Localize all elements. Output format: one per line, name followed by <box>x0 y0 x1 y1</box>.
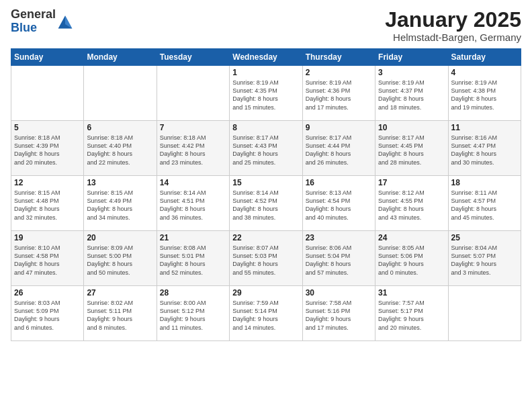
calendar-cell: 4Sunrise: 8:19 AM Sunset: 4:38 PM Daylig… <box>448 66 521 121</box>
day-number: 9 <box>306 123 372 132</box>
weekday-header-wednesday: Wednesday <box>230 49 302 66</box>
calendar-cell: 1Sunrise: 8:19 AM Sunset: 4:35 PM Daylig… <box>230 66 302 121</box>
day-number: 19 <box>14 233 81 242</box>
day-number: 28 <box>160 288 226 298</box>
day-number: 21 <box>160 233 226 242</box>
calendar-week-row: 5Sunrise: 8:18 AM Sunset: 4:39 PM Daylig… <box>11 121 521 176</box>
calendar-week-row: 1Sunrise: 8:19 AM Sunset: 4:35 PM Daylig… <box>11 66 521 121</box>
day-info: Sunrise: 8:07 AM Sunset: 5:03 PM Dayligh… <box>232 244 299 277</box>
day-info: Sunrise: 7:58 AM Sunset: 5:16 PM Dayligh… <box>306 299 372 332</box>
day-number: 30 <box>306 288 372 298</box>
weekday-header-friday: Friday <box>375 49 448 66</box>
calendar-cell: 8Sunrise: 8:17 AM Sunset: 4:43 PM Daylig… <box>230 121 302 176</box>
day-info: Sunrise: 8:03 AM Sunset: 5:09 PM Dayligh… <box>14 299 81 332</box>
calendar-cell: 10Sunrise: 8:17 AM Sunset: 4:45 PM Dayli… <box>375 121 448 176</box>
day-number: 3 <box>378 68 445 77</box>
calendar-cell: 9Sunrise: 8:17 AM Sunset: 4:44 PM Daylig… <box>302 121 375 176</box>
calendar-cell: 2Sunrise: 8:19 AM Sunset: 4:36 PM Daylig… <box>302 66 375 121</box>
day-number: 2 <box>306 68 372 77</box>
day-info: Sunrise: 8:04 AM Sunset: 5:07 PM Dayligh… <box>451 244 518 277</box>
day-number: 7 <box>160 123 226 132</box>
day-info: Sunrise: 8:17 AM Sunset: 4:43 PM Dayligh… <box>232 134 299 167</box>
day-info: Sunrise: 8:08 AM Sunset: 5:01 PM Dayligh… <box>160 244 226 277</box>
day-number: 12 <box>14 178 81 187</box>
day-info: Sunrise: 8:12 AM Sunset: 4:55 PM Dayligh… <box>378 189 445 222</box>
day-number: 15 <box>232 178 299 187</box>
calendar-cell: 3Sunrise: 8:19 AM Sunset: 4:37 PM Daylig… <box>375 66 448 121</box>
day-number: 31 <box>378 288 445 298</box>
calendar-cell: 5Sunrise: 8:18 AM Sunset: 4:39 PM Daylig… <box>11 121 84 176</box>
day-number: 8 <box>232 123 299 132</box>
day-number: 27 <box>87 288 153 298</box>
day-number: 23 <box>306 233 372 242</box>
day-info: Sunrise: 8:19 AM Sunset: 4:38 PM Dayligh… <box>451 79 518 111</box>
calendar-week-row: 19Sunrise: 8:10 AM Sunset: 4:58 PM Dayli… <box>11 231 521 286</box>
calendar-cell: 19Sunrise: 8:10 AM Sunset: 4:58 PM Dayli… <box>11 231 84 286</box>
calendar-cell: 31Sunrise: 7:57 AM Sunset: 5:17 PM Dayli… <box>375 286 448 341</box>
day-info: Sunrise: 8:19 AM Sunset: 4:37 PM Dayligh… <box>378 79 445 111</box>
calendar-cell <box>11 66 84 121</box>
calendar-cell: 25Sunrise: 8:04 AM Sunset: 5:07 PM Dayli… <box>448 231 521 286</box>
day-number: 18 <box>451 178 518 187</box>
logo: General Blue <box>11 8 73 35</box>
calendar-cell: 24Sunrise: 8:05 AM Sunset: 5:06 PM Dayli… <box>375 231 448 286</box>
day-info: Sunrise: 8:11 AM Sunset: 4:57 PM Dayligh… <box>451 189 518 222</box>
day-info: Sunrise: 8:17 AM Sunset: 4:44 PM Dayligh… <box>306 134 372 167</box>
calendar-cell: 20Sunrise: 8:09 AM Sunset: 5:00 PM Dayli… <box>84 231 157 286</box>
day-number: 11 <box>451 123 518 132</box>
calendar-week-row: 26Sunrise: 8:03 AM Sunset: 5:09 PM Dayli… <box>11 286 521 341</box>
day-info: Sunrise: 8:10 AM Sunset: 4:58 PM Dayligh… <box>14 244 81 277</box>
title-block: January 2025 Helmstadt-Bargen, Germany <box>385 8 521 43</box>
day-info: Sunrise: 8:13 AM Sunset: 4:54 PM Dayligh… <box>306 189 372 222</box>
calendar-week-row: 12Sunrise: 8:15 AM Sunset: 4:48 PM Dayli… <box>11 176 521 231</box>
day-info: Sunrise: 8:16 AM Sunset: 4:47 PM Dayligh… <box>451 134 518 167</box>
weekday-header-tuesday: Tuesday <box>157 49 229 66</box>
logo-icon <box>57 13 73 30</box>
weekday-header-monday: Monday <box>84 49 157 66</box>
calendar-cell: 30Sunrise: 7:58 AM Sunset: 5:16 PM Dayli… <box>302 286 375 341</box>
day-number: 4 <box>451 68 518 77</box>
day-info: Sunrise: 8:18 AM Sunset: 4:40 PM Dayligh… <box>87 134 153 167</box>
day-number: 29 <box>232 288 299 298</box>
day-info: Sunrise: 8:19 AM Sunset: 4:36 PM Dayligh… <box>306 79 372 111</box>
day-info: Sunrise: 8:14 AM Sunset: 4:52 PM Dayligh… <box>232 189 299 222</box>
day-info: Sunrise: 8:18 AM Sunset: 4:39 PM Dayligh… <box>14 134 81 167</box>
calendar: SundayMondayTuesdayWednesdayThursdayFrid… <box>11 48 521 341</box>
day-number: 25 <box>451 233 518 242</box>
weekday-header-saturday: Saturday <box>448 49 521 66</box>
day-info: Sunrise: 8:05 AM Sunset: 5:06 PM Dayligh… <box>378 244 445 277</box>
day-number: 26 <box>14 288 81 298</box>
day-number: 6 <box>87 123 153 132</box>
day-number: 10 <box>378 123 445 132</box>
location-title: Helmstadt-Bargen, Germany <box>385 32 521 43</box>
day-info: Sunrise: 8:19 AM Sunset: 4:35 PM Dayligh… <box>232 79 299 111</box>
day-info: Sunrise: 8:15 AM Sunset: 4:49 PM Dayligh… <box>87 189 153 222</box>
day-number: 16 <box>306 178 372 187</box>
page: General Blue January 2025 Helmstadt-Barg… <box>0 0 532 411</box>
calendar-cell: 15Sunrise: 8:14 AM Sunset: 4:52 PM Dayli… <box>230 176 302 231</box>
day-number: 1 <box>232 68 299 77</box>
day-info: Sunrise: 8:14 AM Sunset: 4:51 PM Dayligh… <box>160 189 226 222</box>
day-info: Sunrise: 8:15 AM Sunset: 4:48 PM Dayligh… <box>14 189 81 222</box>
calendar-cell <box>84 66 157 121</box>
day-info: Sunrise: 8:18 AM Sunset: 4:42 PM Dayligh… <box>160 134 226 167</box>
calendar-cell: 21Sunrise: 8:08 AM Sunset: 5:01 PM Dayli… <box>157 231 229 286</box>
calendar-cell: 28Sunrise: 8:00 AM Sunset: 5:12 PM Dayli… <box>157 286 229 341</box>
calendar-cell: 16Sunrise: 8:13 AM Sunset: 4:54 PM Dayli… <box>302 176 375 231</box>
calendar-cell: 12Sunrise: 8:15 AM Sunset: 4:48 PM Dayli… <box>11 176 84 231</box>
day-number: 24 <box>378 233 445 242</box>
logo-text: General Blue <box>11 8 56 35</box>
calendar-cell: 14Sunrise: 8:14 AM Sunset: 4:51 PM Dayli… <box>157 176 229 231</box>
calendar-cell <box>448 286 521 341</box>
day-info: Sunrise: 8:17 AM Sunset: 4:45 PM Dayligh… <box>378 134 445 167</box>
calendar-cell <box>157 66 229 121</box>
calendar-cell: 13Sunrise: 8:15 AM Sunset: 4:49 PM Dayli… <box>84 176 157 231</box>
calendar-cell: 26Sunrise: 8:03 AM Sunset: 5:09 PM Dayli… <box>11 286 84 341</box>
day-number: 17 <box>378 178 445 187</box>
header: General Blue January 2025 Helmstadt-Barg… <box>11 8 521 43</box>
day-info: Sunrise: 7:57 AM Sunset: 5:17 PM Dayligh… <box>378 299 445 332</box>
calendar-cell: 23Sunrise: 8:06 AM Sunset: 5:04 PM Dayli… <box>302 231 375 286</box>
day-info: Sunrise: 8:09 AM Sunset: 5:00 PM Dayligh… <box>87 244 153 277</box>
day-info: Sunrise: 8:00 AM Sunset: 5:12 PM Dayligh… <box>160 299 226 332</box>
calendar-cell: 17Sunrise: 8:12 AM Sunset: 4:55 PM Dayli… <box>375 176 448 231</box>
